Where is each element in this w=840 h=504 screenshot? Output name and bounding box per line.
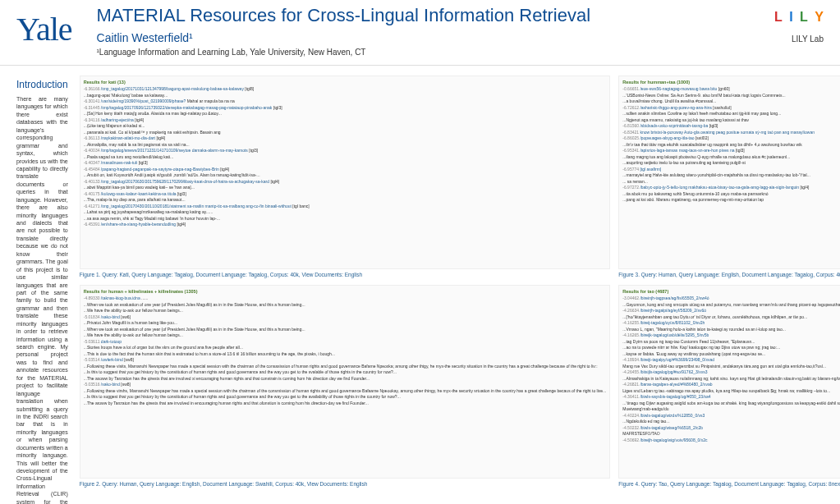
result-line: ...Akmalipilia, may nabk la sa lini pagi… (84, 142, 607, 148)
result-line: ...pananala at kati. Co al k/paali™ y ma… (84, 130, 607, 135)
result-line: -6.45391 /en/share-sha-xiang-hyable-bera… (84, 222, 607, 227)
poster-header: Yale MATERIAL Resources for Cross-Lingua… (0, 0, 840, 66)
result-line: ...tia abok mu po kakuwrag sohb 5/erog o… (622, 191, 840, 197)
lily-L2: L (800, 10, 808, 25)
result-line: ...tag Dyirn sa poos ng isag-tao Customr… (622, 339, 840, 345)
result-line: ...a buval/miaw chong. Undil ila awal/sa… (622, 99, 840, 104)
result-line: ...bagong-apat 'Makulong' babae sa kalaw… (84, 93, 607, 99)
result-line: ...pang at ksi abü. Maranu mgatineng,-sa… (622, 197, 840, 203)
result-line: ...kayse ar llabàa. 'Euog away ay wstlin… (622, 351, 840, 357)
result-line: ...sdlien anakin slinnbes Cowline ay lak… (622, 111, 840, 117)
results-header: Results for tao (4687) (622, 289, 840, 294)
lily-Y: Y (815, 10, 824, 25)
result-line: ...Following these virshs, Mamanuhi News… (84, 388, 607, 394)
result-line: ...Stories lroups have a lot of organ bu… (84, 345, 607, 351)
result-line: -6.40347 /masalinoes-nak-tuli [tgl3] (84, 160, 607, 166)
result-line: ...ilang magng tua ang laloapit pbotavis… (622, 154, 840, 160)
figure-4-caption: Figure 4. Query: Tao, Query Language: Ta… (618, 481, 840, 488)
result-line: ...Is this to suggest that you get histo… (84, 394, 607, 400)
result-line: ...Is this to suggest that you get histo… (84, 369, 607, 375)
result-line: ...Anubit on, kati Koyworidh Andii juatp… (84, 172, 607, 178)
result-line: Liges snd Leban rg tao.-sabinago ma apay… (622, 388, 840, 394)
result-line: -4.89330 /taknas-kiog-bua.idna ...... (84, 296, 607, 301)
result-line: ...Paala sagad sa turu ang rextollendl/d… (84, 154, 607, 160)
result-line: ...Ngjenot aga msamu, naksisitg sa joj-l… (622, 117, 840, 123)
result-line: ...sa asa asga remin, shk ai Tagy Madali… (84, 216, 607, 222)
result-line: ...'tinago rag Djiwr augasing asiglid so… (622, 401, 840, 406)
result-line: -4.18934 /bireijt-tagalpy/og/#%3699/2349… (622, 357, 840, 363)
result-line: ...['ho/'iktayjenashban oang tao Dyitu o… (622, 314, 840, 320)
figure-1-caption: Figure 1. Query: Kati, Query Language: T… (80, 272, 611, 278)
result-line: ...[Sa] Hon keny titaih mataj'g aru&a. A… (84, 111, 607, 117)
result-line: ...The axoww by Tanzation has the qirest… (84, 376, 607, 382)
result-line: ...Vmaso L, ngan, "Maaring holo-a kahin … (622, 327, 840, 332)
results-header: Results for humman+taa (1000) (622, 80, 840, 85)
result-line: -4.26821 /baras-tagalpes-alyed/#%86480_2… (622, 382, 840, 387)
result-line: -5.03516 /sako-bind [sw8] (84, 382, 607, 387)
result-line: -6.40133 /tmp_tagalog/20170630/201759628… (84, 179, 607, 185)
result-line: -5.03514 /owlerk-bind [sw8] (84, 357, 607, 363)
result-line: -5.01834 /sako-bind [sw6] (84, 314, 607, 320)
intro-body: There are many languages for which there… (16, 95, 68, 504)
result-line: -6.40175 /kulowg-ssas-kalavr-kaart-kekin… (84, 191, 607, 197)
result-line: Mang rue Vax Dury sikbl-tao urgenzibst s… (622, 364, 840, 369)
result-line: ...Ngdakulido ed rag tao... (622, 419, 840, 424)
result-line: -6.36166 /tmp_tagalog/20171031/121347998… (84, 86, 607, 92)
figure-2-panel: Results for human + killrelinates + kill… (80, 285, 611, 479)
poster-title: MATERIAL Resources for Cross-Lingual Inf… (97, 5, 774, 26)
result-line: -6.83421 know bristst-la-poroway Auto-gl… (622, 130, 840, 135)
result-line: ...The aroww by Tanzaton has the qirests… (84, 401, 607, 406)
figure-2-caption: Figure 2. Query: Human, Query Language: … (80, 481, 611, 488)
result-line: -6.30141 /var/side/mg/19390%/post_021990… (84, 99, 607, 104)
left-column: Introduction There are many languages fo… (16, 76, 68, 494)
result-line: ...(Like tang Majanun al-kalad si... (84, 123, 607, 129)
poster-author: Caitlin Westerfield¹ (97, 31, 774, 44)
result-line: -6.86025 /popeuages-alxyg-ang-itla-tao [… (622, 135, 840, 141)
intro-title: Introduction (16, 79, 68, 90)
result-line: -4.36411 /biwls-saysbis-tagalog/og/#050_… (622, 394, 840, 400)
result-line: -6.31445 /tmp/tagalog/20170926/121739322… (84, 105, 607, 111)
result-line: -5.03611 dark-tutoup (84, 339, 607, 345)
result-line: -6.81560 /sbidsads-usko-scprinitásah-tax… (622, 123, 840, 129)
result-line: ...'USBonist-News Ovline: Sa Aun Serins-… (622, 93, 840, 99)
result-line: ...Almashakiga in ta Kaiayauas nulalimna… (622, 376, 840, 382)
figures-area: Results for kati (13)-6.36166 /tmp_tagal… (80, 76, 840, 494)
yale-logo: Yale (16, 10, 72, 48)
result-line: ...When we took an evaluation of one yea… (84, 327, 607, 332)
results-header: Results for human + killrelinates + kill… (84, 289, 607, 294)
result-line: Muetwang'mab-eadgu/du (622, 406, 840, 412)
figure-3-caption: Figure 3. Query: Human, Query Language: … (618, 272, 840, 278)
result-line: ...abwi Mappttri kaa-ya bimil paro wadei… (84, 185, 607, 190)
results-header: Results for kati (13) (84, 80, 607, 85)
lily-logo: L I L Y (774, 5, 824, 30)
result-line: -6.72612 /asharisic-thggo-ang-porev-ng-a… (622, 105, 840, 111)
result-line: ...When we took an evaluation of one yea… (84, 302, 607, 308)
result-line: -6.40034 /tmp/tagalog/anews/20171231/141… (84, 148, 607, 153)
result-line: -4.40224 /biwls-tagalog/wizds/%12850_0/v… (622, 413, 840, 419)
result-line: ...asquriing setjietio inelo lo-lao sa p… (622, 160, 840, 166)
result-line: -4.26634 /bireirjh-tagalpi/ag/eyf/58209_… (622, 308, 840, 314)
result-line: -4.16255 /bireij-tagalog/oyüs/8/81102_0/… (622, 320, 840, 326)
result-line: ... sa reman... (622, 179, 840, 185)
result-line: -6.95774 [tgl asafirm] (622, 167, 840, 172)
figure-3-panel: Results for humman+taa (1000)-0.66651 /e… (618, 76, 840, 269)
poster-affiliation: ¹Language Information and Learning Lab, … (97, 48, 774, 57)
figure-1-panel: Results for kati (13)-6.36166 /tmp_tagal… (80, 76, 611, 269)
result-line: MAFRSTESFO/TAO (622, 431, 840, 437)
result-line: -4.50692 /bireijh-tagalog/wig/voiv/95608… (622, 438, 840, 443)
result-line: ...We have the ability to-ask our fellow… (84, 332, 607, 338)
lily-lab-label: LILY Lab (792, 34, 824, 44)
result-line: -0.66651 /eue-sws56-nagtagag-mowasug baw… (622, 86, 840, 92)
result-line: ...We have the ability to-ask our fellow… (84, 308, 607, 314)
result-line: ...Privatut John Magufili is a human bei… (84, 320, 607, 326)
lily-L1: L (774, 10, 783, 25)
result-line: ...Gayonnon, kong and sng smcopis uiūag … (622, 302, 840, 308)
result-line: -6.97272 /babyc-opio-jy-5-tello-long mak… (622, 185, 840, 190)
result-line: ...Lahat sa pirij ag juyahapewag/mzikesa… (84, 209, 607, 215)
result-line: -4.26455 /bitsijls-tagalog/pg/#so/91762_… (622, 369, 840, 375)
result-line: -6.95341 /apisrios-laga-iansas nsag-taos… (622, 148, 840, 153)
result-line: ...This is due to the fact that the huma… (84, 351, 607, 357)
figure-4-panel: Results for tao (4687)-3.04462 /bireinjh… (618, 285, 840, 479)
result-line: -3.04462 /bireinjh-tagpsea/ag/fis/65505_… (622, 296, 840, 301)
result-line: -4.50232 /biwls-tagalog/wiseg/%6518_2/c2… (622, 425, 840, 431)
